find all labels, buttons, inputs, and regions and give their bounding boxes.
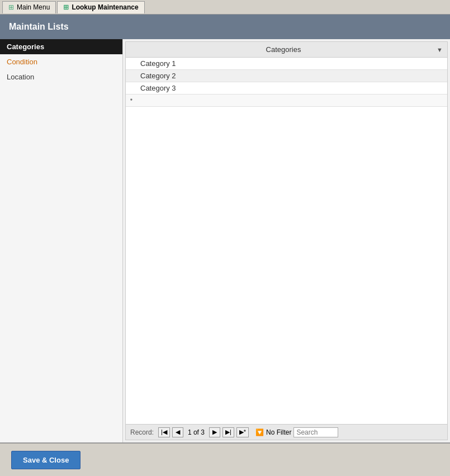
sidebar: Categories Condition Location xyxy=(0,39,123,442)
no-filter-label: No Filter xyxy=(266,428,291,436)
nav-first-button[interactable]: |◀ xyxy=(158,427,170,437)
bottom-bar: Save & Close xyxy=(0,442,450,476)
nav-next-button[interactable]: ▶ xyxy=(209,427,220,437)
row-cell[interactable]: Category 3 xyxy=(137,83,447,93)
page-title: Maintain Lists xyxy=(9,22,69,32)
table-row[interactable]: Category 1 xyxy=(126,58,447,70)
title-bar: Maintain Lists xyxy=(0,15,450,39)
data-grid-area: Categories ▼ Category 1 Category 2 Categ… xyxy=(125,41,448,440)
main-content: Categories Condition Location Categories… xyxy=(0,39,450,442)
home-icon: ⊞ xyxy=(8,3,14,11)
navigation-bar: Record: |◀ ◀ 1 of 3 ▶ ▶| ▶* 🔽 No Filter xyxy=(126,424,447,440)
table-row[interactable]: Category 2 xyxy=(126,70,447,82)
save-close-button[interactable]: Save & Close xyxy=(11,451,80,469)
tab-main-menu[interactable]: ⊞ Main Menu xyxy=(2,1,56,13)
sidebar-item-condition[interactable]: Condition xyxy=(0,54,122,69)
filter-area: 🔽 No Filter xyxy=(255,428,291,436)
grid-body: Category 1 Category 2 Category 3 * xyxy=(126,58,447,424)
sort-icon[interactable]: ▼ xyxy=(437,46,443,53)
row-cell[interactable]: Category 2 xyxy=(137,70,447,81)
filter-icon: 🔽 xyxy=(255,428,264,436)
tab-bar: ⊞ Main Menu ⊞ Lookup Maintenance xyxy=(0,0,450,15)
tab-lookup-maintenance[interactable]: ⊞ Lookup Maintenance xyxy=(57,1,144,13)
row-cell[interactable]: Category 1 xyxy=(137,58,447,69)
sidebar-item-categories[interactable]: Categories xyxy=(0,39,122,54)
record-label: Record: xyxy=(130,428,154,436)
new-row[interactable]: * xyxy=(126,95,447,107)
table-row[interactable]: Category 3 xyxy=(126,82,447,95)
grid-icon: ⊞ xyxy=(63,3,69,11)
record-count: 1 of 3 xyxy=(188,428,205,436)
nav-last-button[interactable]: ▶| xyxy=(222,427,234,437)
sidebar-item-location[interactable]: Location xyxy=(0,69,122,84)
tab-lookup-maintenance-label: Lookup Maintenance xyxy=(72,3,138,11)
tab-main-menu-label: Main Menu xyxy=(17,3,50,11)
grid-header: Categories ▼ xyxy=(126,42,447,58)
new-row-cell[interactable] xyxy=(137,100,447,102)
grid-column-header: Categories xyxy=(130,45,437,54)
nav-prev-button[interactable]: ◀ xyxy=(172,427,183,437)
search-input[interactable] xyxy=(293,427,338,437)
nav-new-button[interactable]: ▶* xyxy=(236,427,249,437)
new-row-indicator: * xyxy=(126,97,137,104)
